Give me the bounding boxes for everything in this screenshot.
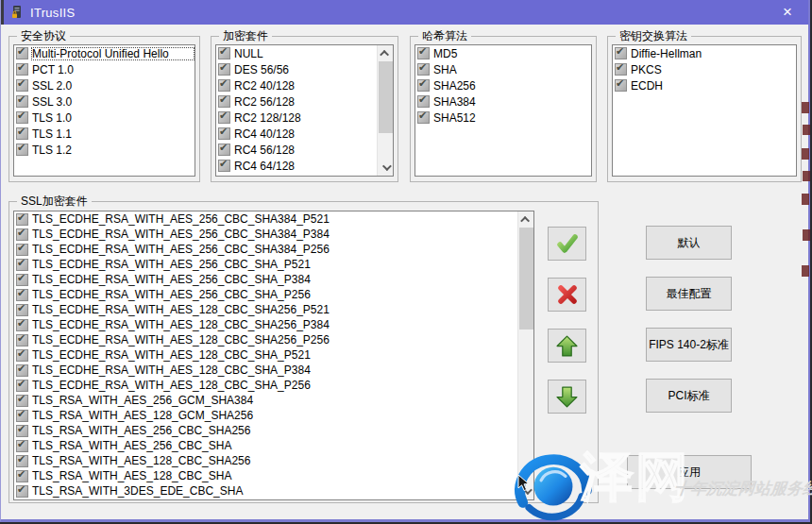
ssl-suites-listbox[interactable]: ✔ TLS_ECDHE_RSA_WITH_AES_256_CBC_SHA384_… (13, 211, 534, 500)
hash-list-item[interactable]: ✔ MD5 (415, 45, 591, 61)
checked-checkbox-icon[interactable]: ✔ (16, 47, 28, 59)
cipher-list-item[interactable]: ✔ DES 56/56 (216, 61, 377, 77)
scroll-up-arrow-icon[interactable] (518, 211, 534, 228)
checked-checkbox-icon[interactable]: ✔ (16, 349, 28, 362)
ssl-suite-list-item[interactable]: ✔ TLS_ECDHE_RSA_WITH_AES_128_CBC_SHA_P25… (14, 378, 517, 393)
checked-checkbox-icon[interactable]: ✔ (218, 160, 230, 172)
key-exchange-list-item[interactable]: ✔ Diffie-Hellman (613, 45, 796, 61)
checked-checkbox-icon[interactable]: ✔ (16, 213, 28, 226)
move-up-button[interactable] (548, 329, 586, 363)
scroll-up-arrow-icon[interactable] (378, 45, 394, 61)
ssl-suite-list-item[interactable]: ✔ TLS_RSA_WITH_AES_256_CBC_SHA (14, 438, 517, 453)
ssl-suite-list-item[interactable]: ✔ TLS_RSA_WITH_3DES_EDE_CBC_SHA (14, 483, 517, 499)
checked-checkbox-icon[interactable]: ✔ (218, 144, 230, 156)
ssl-suite-list-item[interactable]: ✔ TLS_RSA_WITH_AES_128_CBC_SHA (14, 468, 517, 483)
cipher-list-item[interactable]: ✔ RC2 128/128 (216, 110, 377, 126)
ssl-suite-list-item[interactable]: ✔ TLS_ECDHE_RSA_WITH_AES_128_CBC_SHA_P52… (14, 347, 517, 363)
protocol-list-item[interactable]: ✔ SSL 3.0 (14, 93, 195, 110)
ssl-suite-list-item[interactable]: ✔ TLS_RSA_WITH_AES_128_CBC_SHA256 (14, 453, 517, 468)
checked-checkbox-icon[interactable]: ✔ (16, 289, 28, 301)
ssl-suite-list-item[interactable]: ✔ TLS_ECDHE_RSA_WITH_AES_128_CBC_SHA256_… (14, 317, 517, 332)
hash-list-item[interactable]: ✔ SHA (415, 61, 591, 77)
checked-checkbox-icon[interactable]: ✔ (218, 127, 230, 140)
close-button[interactable]: × (767, 0, 808, 25)
apply-button[interactable]: 应用 (627, 455, 752, 489)
checked-checkbox-icon[interactable]: ✔ (16, 111, 28, 124)
scroll-thumb[interactable] (379, 61, 393, 133)
ssl-suite-list-item[interactable]: ✔ TLS_ECDHE_RSA_WITH_AES_256_CBC_SHA_P52… (14, 257, 517, 272)
checked-checkbox-icon[interactable]: ✔ (16, 244, 28, 256)
checked-checkbox-icon[interactable]: ✔ (16, 395, 28, 407)
checked-checkbox-icon[interactable]: ✔ (16, 425, 28, 437)
ssl-suite-list-item[interactable]: ✔ TLS_ECDHE_RSA_WITH_AES_256_CBC_SHA_P25… (14, 287, 517, 302)
cipher-list-item[interactable]: ✔ NULL (216, 45, 377, 61)
scroll-thumb[interactable] (519, 228, 533, 330)
scroll-down-arrow-icon[interactable] (378, 160, 394, 176)
checked-checkbox-icon[interactable]: ✔ (417, 111, 430, 124)
checked-checkbox-icon[interactable]: ✔ (417, 63, 430, 76)
protocol-list-item[interactable]: ✔ TLS 1.2 (14, 142, 195, 158)
key-exchange-list-item[interactable]: ✔ PKCS (613, 61, 796, 77)
checked-checkbox-icon[interactable]: ✔ (218, 95, 230, 108)
ciphers-scrollbar[interactable] (377, 45, 393, 176)
cipher-list-item[interactable]: ✔ RC4 64/128 (216, 158, 377, 174)
ssl-suite-list-item[interactable]: ✔ TLS_ECDHE_RSA_WITH_AES_128_CBC_SHA256_… (14, 302, 517, 317)
cipher-list-item[interactable]: ✔ RC4 128/128 (216, 174, 377, 176)
hash-list-item[interactable]: ✔ SHA512 (415, 110, 591, 126)
ssl-suite-list-item[interactable]: ✔ TLS_RSA_WITH_AES_256_CBC_SHA256 (14, 423, 517, 438)
checked-checkbox-icon[interactable]: ✔ (16, 144, 28, 156)
checked-checkbox-icon[interactable]: ✔ (16, 228, 28, 241)
protocol-list-item[interactable]: ✔ Multi-Protocol Unified Hello (14, 45, 195, 61)
checked-checkbox-icon[interactable]: ✔ (218, 111, 230, 124)
checked-checkbox-icon[interactable]: ✔ (615, 63, 627, 76)
checked-checkbox-icon[interactable]: ✔ (16, 470, 28, 482)
ssl-suite-list-item[interactable]: ✔ TLS_ECDHE_RSA_WITH_AES_128_CBC_SHA256_… (14, 332, 517, 347)
protocol-list-item[interactable]: ✔ SSL 2.0 (14, 77, 195, 93)
fips-standard-button[interactable]: FIPS 140-2标准 (646, 328, 732, 362)
ssl-suite-list-item[interactable]: ✔ TLS_ECDHE_RSA_WITH_AES_128_CBC_SHA_P38… (14, 363, 517, 378)
hash-list-item[interactable]: ✔ SHA256 (415, 77, 591, 93)
protocols-listbox[interactable]: ✔ Multi-Protocol Unified Hello ✔ PCT 1.0… (13, 44, 195, 177)
ssl-suite-list-item[interactable]: ✔ TLS_ECDHE_RSA_WITH_AES_256_CBC_SHA_P38… (14, 272, 517, 287)
checked-checkbox-icon[interactable]: ✔ (16, 79, 28, 92)
protocol-list-item[interactable]: ✔ TLS 1.0 (14, 110, 195, 126)
checked-checkbox-icon[interactable]: ✔ (16, 364, 28, 377)
disable-suite-button[interactable] (548, 278, 586, 312)
ssl-suites-scrollbar[interactable] (517, 211, 533, 499)
hashes-listbox[interactable]: ✔ MD5 ✔ SHA ✔ SHA256 ✔ (414, 44, 592, 177)
checked-checkbox-icon[interactable]: ✔ (417, 79, 430, 92)
checked-checkbox-icon[interactable]: ✔ (417, 47, 430, 59)
move-down-button[interactable] (548, 380, 586, 414)
ssl-suite-list-item[interactable]: ✔ TLS_RSA_WITH_AES_256_GCM_SHA384 (14, 393, 517, 408)
ssl-suite-list-item[interactable]: ✔ TLS_ECDHE_RSA_WITH_AES_256_CBC_SHA384_… (14, 227, 517, 242)
best-config-button[interactable]: 最佳配置 (646, 277, 732, 311)
checked-checkbox-icon[interactable]: ✔ (16, 127, 28, 140)
checked-checkbox-icon[interactable]: ✔ (16, 304, 28, 316)
checked-checkbox-icon[interactable]: ✔ (218, 63, 230, 76)
key-exchange-list-item[interactable]: ✔ ECDH (613, 77, 796, 93)
hash-list-item[interactable]: ✔ SHA384 (415, 93, 591, 110)
checked-checkbox-icon[interactable]: ✔ (16, 274, 28, 286)
checked-checkbox-icon[interactable]: ✔ (16, 334, 28, 347)
default-button[interactable]: 默认 (646, 226, 732, 260)
ssl-suite-list-item[interactable]: ✔ TLS_ECDHE_RSA_WITH_AES_256_CBC_SHA384_… (14, 242, 517, 257)
checked-checkbox-icon[interactable]: ✔ (16, 95, 28, 108)
cipher-list-item[interactable]: ✔ RC4 40/128 (216, 126, 377, 142)
checked-checkbox-icon[interactable]: ✔ (16, 380, 28, 392)
protocol-list-item[interactable]: ✔ TLS 1.1 (14, 126, 195, 142)
checked-checkbox-icon[interactable]: ✔ (16, 455, 28, 467)
checked-checkbox-icon[interactable]: ✔ (615, 47, 627, 59)
key-exchange-listbox[interactable]: ✔ Diffie-Hellman ✔ PKCS ✔ ECDH (612, 44, 797, 177)
pci-standard-button[interactable]: PCI标准 (646, 379, 732, 413)
ciphers-listbox[interactable]: ✔ NULL ✔ DES 56/56 ✔ RC2 40/128 (215, 44, 394, 177)
cipher-list-item[interactable]: ✔ RC2 40/128 (216, 77, 377, 93)
checked-checkbox-icon[interactable]: ✔ (16, 259, 28, 271)
enable-suite-button[interactable] (548, 227, 586, 261)
ssl-suite-list-item[interactable]: ✔ TLS_ECDHE_RSA_WITH_AES_256_CBC_SHA384_… (14, 211, 517, 227)
checked-checkbox-icon[interactable]: ✔ (417, 95, 430, 108)
protocol-list-item[interactable]: ✔ PCT 1.0 (14, 61, 195, 77)
checked-checkbox-icon[interactable]: ✔ (16, 63, 28, 76)
checked-checkbox-icon[interactable]: ✔ (16, 410, 28, 422)
checked-checkbox-icon[interactable]: ✔ (16, 319, 28, 331)
checked-checkbox-icon[interactable]: ✔ (218, 47, 230, 59)
